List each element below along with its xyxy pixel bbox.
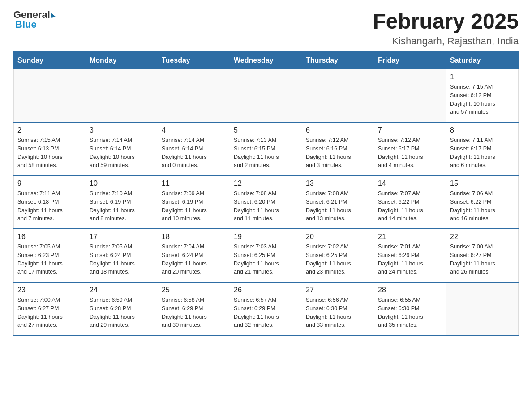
calendar-week-5: 23Sunrise: 7:00 AMSunset: 6:27 PMDayligh…	[14, 282, 519, 335]
calendar-subtitle: Kishangarh, Rajasthan, India	[373, 35, 519, 47]
day-number: 1	[450, 73, 515, 81]
day-number: 25	[162, 286, 226, 294]
day-info: Sunrise: 7:09 AMSunset: 6:19 PMDaylight:…	[162, 189, 226, 223]
calendar-week-2: 2Sunrise: 7:15 AMSunset: 6:13 PMDaylight…	[14, 122, 519, 176]
day-info: Sunrise: 7:01 AMSunset: 6:26 PMDaylight:…	[378, 243, 442, 276]
day-info: Sunrise: 6:58 AMSunset: 6:29 PMDaylight:…	[162, 296, 226, 330]
calendar-cell: 10Sunrise: 7:10 AMSunset: 6:19 PMDayligh…	[86, 176, 158, 229]
calendar-cell: 28Sunrise: 6:55 AMSunset: 6:30 PMDayligh…	[374, 282, 446, 335]
calendar-cell: 2Sunrise: 7:15 AMSunset: 6:13 PMDaylight…	[14, 122, 86, 176]
header-monday: Monday	[86, 52, 158, 69]
title-area: February 2025 Kishangarh, Rajasthan, Ind…	[373, 9, 519, 47]
calendar-cell: 8Sunrise: 7:11 AMSunset: 6:17 PMDaylight…	[446, 122, 519, 176]
calendar-cell: 7Sunrise: 7:12 AMSunset: 6:17 PMDaylight…	[374, 122, 446, 176]
header-tuesday: Tuesday	[158, 52, 230, 69]
day-number: 28	[378, 286, 442, 294]
calendar-cell	[158, 69, 230, 123]
calendar-cell: 1Sunrise: 7:15 AMSunset: 6:12 PMDaylight…	[446, 69, 519, 123]
day-number: 24	[90, 286, 154, 294]
calendar-cell: 12Sunrise: 7:08 AMSunset: 6:20 PMDayligh…	[230, 176, 302, 229]
calendar-cell: 26Sunrise: 6:57 AMSunset: 6:29 PMDayligh…	[230, 282, 302, 335]
day-number: 21	[378, 233, 442, 241]
day-number: 9	[17, 180, 82, 188]
day-info: Sunrise: 7:15 AMSunset: 6:12 PMDaylight:…	[450, 83, 515, 116]
day-info: Sunrise: 7:06 AMSunset: 6:22 PMDaylight:…	[450, 189, 515, 223]
calendar-week-4: 16Sunrise: 7:05 AMSunset: 6:23 PMDayligh…	[14, 229, 519, 282]
calendar-cell: 22Sunrise: 7:00 AMSunset: 6:27 PMDayligh…	[446, 229, 519, 282]
calendar-cell: 11Sunrise: 7:09 AMSunset: 6:19 PMDayligh…	[158, 176, 230, 229]
header-saturday: Saturday	[446, 52, 519, 69]
calendar-cell: 25Sunrise: 6:58 AMSunset: 6:29 PMDayligh…	[158, 282, 230, 335]
calendar-week-3: 9Sunrise: 7:11 AMSunset: 6:18 PMDaylight…	[14, 176, 519, 229]
day-info: Sunrise: 7:08 AMSunset: 6:20 PMDaylight:…	[234, 189, 298, 223]
calendar-cell: 23Sunrise: 7:00 AMSunset: 6:27 PMDayligh…	[14, 282, 86, 335]
header-friday: Friday	[374, 52, 446, 69]
day-info: Sunrise: 6:55 AMSunset: 6:30 PMDaylight:…	[378, 296, 442, 330]
day-number: 14	[378, 180, 442, 188]
day-number: 17	[90, 233, 154, 241]
calendar-cell: 6Sunrise: 7:12 AMSunset: 6:16 PMDaylight…	[302, 122, 374, 176]
calendar-cell: 5Sunrise: 7:13 AMSunset: 6:15 PMDaylight…	[230, 122, 302, 176]
day-number: 3	[90, 126, 154, 134]
calendar-cell	[14, 69, 86, 123]
day-number: 13	[306, 180, 370, 188]
day-info: Sunrise: 7:05 AMSunset: 6:23 PMDaylight:…	[17, 243, 82, 276]
day-number: 19	[234, 233, 298, 241]
day-info: Sunrise: 7:12 AMSunset: 6:17 PMDaylight:…	[378, 136, 442, 170]
day-info: Sunrise: 7:15 AMSunset: 6:13 PMDaylight:…	[17, 136, 82, 170]
day-info: Sunrise: 6:56 AMSunset: 6:30 PMDaylight:…	[306, 296, 370, 330]
day-info: Sunrise: 7:14 AMSunset: 6:14 PMDaylight:…	[90, 136, 154, 170]
day-number: 11	[162, 180, 226, 188]
logo-arrow-icon	[51, 12, 56, 18]
day-info: Sunrise: 7:13 AMSunset: 6:15 PMDaylight:…	[234, 136, 298, 170]
calendar-header-row: SundayMondayTuesdayWednesdayThursdayFrid…	[14, 52, 519, 69]
day-info: Sunrise: 6:59 AMSunset: 6:28 PMDaylight:…	[90, 296, 154, 330]
day-number: 8	[450, 126, 515, 134]
calendar-cell: 20Sunrise: 7:02 AMSunset: 6:25 PMDayligh…	[302, 229, 374, 282]
day-number: 15	[450, 180, 515, 188]
day-number: 7	[378, 126, 442, 134]
day-number: 12	[234, 180, 298, 188]
day-info: Sunrise: 7:04 AMSunset: 6:24 PMDaylight:…	[162, 243, 226, 276]
calendar-cell	[230, 69, 302, 123]
calendar-cell: 14Sunrise: 7:07 AMSunset: 6:22 PMDayligh…	[374, 176, 446, 229]
calendar-cell	[86, 69, 158, 123]
logo: General Blue	[13, 9, 56, 30]
header-sunday: Sunday	[14, 52, 86, 69]
calendar-cell: 27Sunrise: 6:56 AMSunset: 6:30 PMDayligh…	[302, 282, 374, 335]
calendar-week-1: 1Sunrise: 7:15 AMSunset: 6:12 PMDaylight…	[14, 69, 519, 123]
day-number: 6	[306, 126, 370, 134]
calendar-cell: 15Sunrise: 7:06 AMSunset: 6:22 PMDayligh…	[446, 176, 519, 229]
day-info: Sunrise: 7:08 AMSunset: 6:21 PMDaylight:…	[306, 189, 370, 223]
calendar-title: February 2025	[373, 9, 519, 34]
day-number: 16	[17, 233, 82, 241]
calendar-table: SundayMondayTuesdayWednesdayThursdayFrid…	[13, 51, 519, 336]
day-number: 22	[450, 233, 515, 241]
calendar-cell: 16Sunrise: 7:05 AMSunset: 6:23 PMDayligh…	[14, 229, 86, 282]
day-info: Sunrise: 7:10 AMSunset: 6:19 PMDaylight:…	[90, 189, 154, 223]
day-number: 5	[234, 126, 298, 134]
calendar-cell: 21Sunrise: 7:01 AMSunset: 6:26 PMDayligh…	[374, 229, 446, 282]
calendar-cell	[374, 69, 446, 123]
day-info: Sunrise: 7:11 AMSunset: 6:17 PMDaylight:…	[450, 136, 515, 170]
day-info: Sunrise: 7:14 AMSunset: 6:14 PMDaylight:…	[162, 136, 226, 170]
header-thursday: Thursday	[302, 52, 374, 69]
calendar-cell: 18Sunrise: 7:04 AMSunset: 6:24 PMDayligh…	[158, 229, 230, 282]
calendar-cell: 13Sunrise: 7:08 AMSunset: 6:21 PMDayligh…	[302, 176, 374, 229]
day-info: Sunrise: 7:02 AMSunset: 6:25 PMDaylight:…	[306, 243, 370, 276]
calendar-cell: 24Sunrise: 6:59 AMSunset: 6:28 PMDayligh…	[86, 282, 158, 335]
day-number: 18	[162, 233, 226, 241]
day-info: Sunrise: 7:03 AMSunset: 6:25 PMDaylight:…	[234, 243, 298, 276]
day-number: 23	[17, 286, 82, 294]
day-number: 20	[306, 233, 370, 241]
calendar-cell: 3Sunrise: 7:14 AMSunset: 6:14 PMDaylight…	[86, 122, 158, 176]
day-info: Sunrise: 7:12 AMSunset: 6:16 PMDaylight:…	[306, 136, 370, 170]
day-info: Sunrise: 7:00 AMSunset: 6:27 PMDaylight:…	[450, 243, 515, 276]
day-number: 4	[162, 126, 226, 134]
logo-blue-text: Blue	[15, 19, 37, 30]
day-info: Sunrise: 7:05 AMSunset: 6:24 PMDaylight:…	[90, 243, 154, 276]
day-info: Sunrise: 6:57 AMSunset: 6:29 PMDaylight:…	[234, 296, 298, 330]
day-number: 27	[306, 286, 370, 294]
calendar-cell: 17Sunrise: 7:05 AMSunset: 6:24 PMDayligh…	[86, 229, 158, 282]
day-info: Sunrise: 7:07 AMSunset: 6:22 PMDaylight:…	[378, 189, 442, 223]
